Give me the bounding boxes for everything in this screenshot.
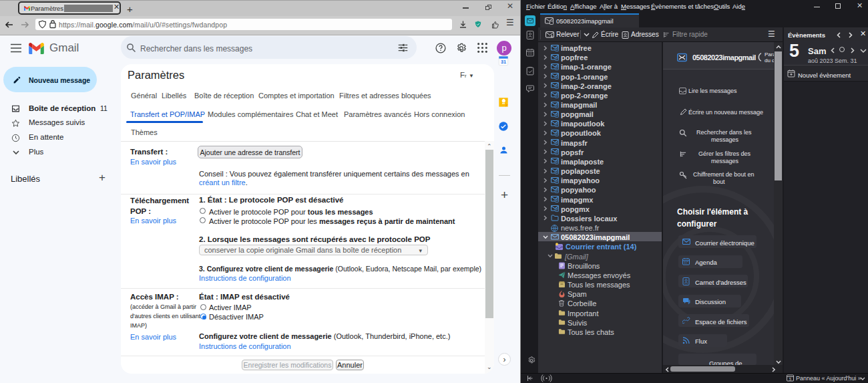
svg-text:31: 31 [501, 59, 506, 65]
svg-text:5: 5 [789, 377, 791, 381]
